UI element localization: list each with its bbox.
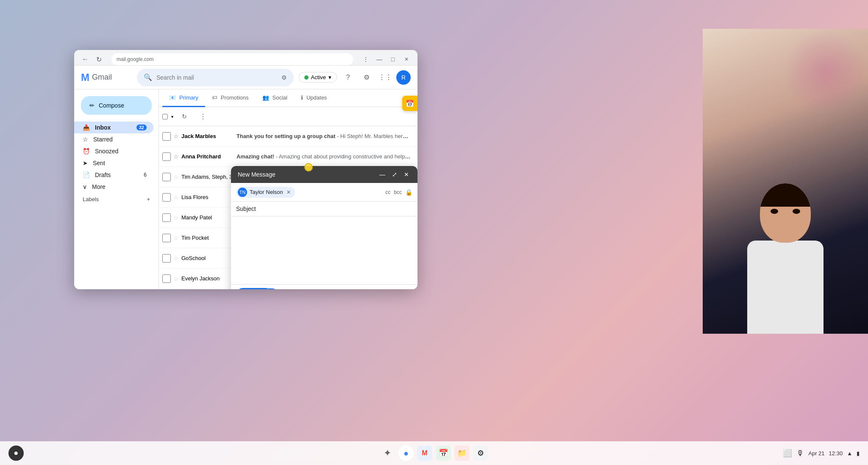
dropdown-arrow-icon[interactable]: ▾ — [171, 114, 173, 119]
star-icon[interactable]: ☆ — [173, 214, 179, 221]
email-checkbox[interactable] — [162, 152, 171, 161]
maximize-button[interactable]: □ — [387, 53, 399, 65]
refresh-button[interactable]: ↻ — [93, 53, 105, 65]
gmail-app: M Gmail 🔍 ⚙ Active ▾ ? ⚙ ⋮⋮ R — [74, 66, 417, 289]
star-icon[interactable]: ☆ — [173, 235, 179, 241]
email-snippet: - Amazing chat about providing construct… — [275, 153, 411, 160]
recipient-chip[interactable]: TN Taylor Nelson ✕ — [236, 187, 295, 198]
email-row[interactable]: ☆ Jack Marbles Thank you for setting up … — [159, 126, 417, 147]
send-options-button[interactable]: ▾ — [267, 288, 278, 289]
cc-bcc-options: cc bcc 🔒 — [385, 189, 412, 196]
lock-icon[interactable]: 🔒 — [405, 189, 412, 196]
email-row[interactable]: ☆ Anna Pritchard Amazing chat! - Amazing… — [159, 147, 417, 167]
send-button[interactable]: Send — [236, 288, 267, 289]
subject-input[interactable] — [236, 205, 412, 212]
sidebar-item-sent[interactable]: ➤ Sent — [74, 157, 153, 169]
minimize-button[interactable]: — — [373, 53, 385, 65]
active-status-pill[interactable]: Active ▾ — [299, 72, 337, 83]
star-icon[interactable]: ☆ — [173, 194, 179, 201]
remove-recipient-icon[interactable]: ✕ — [287, 189, 291, 195]
email-checkbox[interactable] — [162, 254, 171, 263]
sidebar-item-starred[interactable]: ☆ Starred — [74, 133, 153, 145]
sidebar-item-snoozed[interactable]: ⏰ Snoozed — [74, 145, 153, 157]
settings-app-icon: ⚙ — [477, 448, 484, 458]
star-icon[interactable]: ☆ — [173, 133, 179, 140]
sidebar-item-inbox[interactable]: 📥 Inbox 32 — [74, 122, 153, 133]
insert-signature-button[interactable]: ✍ — [362, 289, 374, 290]
email-checkbox[interactable] — [162, 132, 171, 141]
calendar-app-button[interactable]: 📅 — [436, 446, 451, 461]
star-icon[interactable]: ☆ — [173, 153, 179, 160]
updates-label: Updates — [306, 94, 327, 101]
add-label-icon[interactable]: + — [147, 196, 150, 202]
chrome-browser-button[interactable]: ● — [398, 446, 414, 461]
compose-window: New Message — ⤢ ✕ TN Taylor Nelson ✕ cc — [231, 166, 417, 289]
star-icon[interactable]: ☆ — [173, 255, 179, 262]
user-avatar[interactable]: R — [396, 70, 411, 85]
attach-file-button[interactable]: 📎 — [292, 289, 304, 290]
more-options-button[interactable]: ⋮ — [377, 289, 387, 290]
insert-drive-button[interactable]: △ — [337, 289, 345, 290]
select-all-checkbox[interactable] — [162, 114, 168, 119]
more-options-button[interactable]: ⋮ — [195, 109, 211, 124]
tab-social[interactable]: 👥 Social — [256, 89, 294, 107]
search-input[interactable] — [156, 74, 277, 81]
gmail-header: M Gmail 🔍 ⚙ Active ▾ ? ⚙ ⋮⋮ R — [74, 66, 417, 89]
settings-app-button[interactable]: ⚙ — [473, 446, 488, 461]
right-eye — [793, 209, 800, 214]
compose-subject-field[interactable] — [231, 202, 417, 216]
taskbar-center: ✦ ● M 📅 📁 ⚙ — [380, 446, 488, 461]
search-bar[interactable]: 🔍 ⚙ — [137, 69, 294, 86]
email-content: Amazing chat! - Amazing chat about provi… — [236, 153, 411, 160]
close-button[interactable]: ✕ — [401, 53, 412, 65]
compose-button[interactable]: ✏ Compose — [81, 96, 152, 115]
cc-button[interactable]: cc — [385, 189, 390, 195]
record-button[interactable]: ⏺ — [8, 446, 24, 461]
screen-capture-icon[interactable]: ⬜ — [783, 448, 792, 458]
sidebar-item-drafts[interactable]: 📄 Drafts 6 — [74, 169, 153, 181]
microphone-icon[interactable]: 🎙 — [796, 449, 804, 458]
active-dot — [304, 75, 309, 80]
files-app-button[interactable]: 📁 — [454, 446, 470, 461]
person-body — [747, 241, 823, 334]
email-checkbox[interactable] — [162, 213, 171, 222]
person-hair — [760, 183, 811, 207]
email-checkbox[interactable] — [162, 274, 171, 283]
snoozed-label: Snoozed — [95, 148, 118, 155]
apps-button[interactable]: ⋮⋮ — [378, 70, 393, 85]
back-button[interactable]: ← — [79, 53, 91, 65]
compose-to-field[interactable]: TN Taylor Nelson ✕ cc bcc 🔒 — [231, 183, 417, 202]
inbox-badge: 32 — [136, 125, 147, 130]
insert-link-button[interactable]: 🔗 — [308, 289, 320, 290]
email-sender: Lisa Flores — [181, 194, 236, 200]
sidebar-item-more[interactable]: ∨ More — [74, 181, 153, 193]
help-button[interactable]: ? — [340, 70, 356, 85]
bcc-button[interactable]: bcc — [394, 189, 402, 195]
calendar-widget-button[interactable]: 📅 — [402, 96, 417, 111]
sent-icon: ➤ — [83, 160, 88, 166]
email-checkbox[interactable] — [162, 173, 171, 181]
compose-close-button[interactable]: ✕ — [402, 170, 411, 179]
email-checkbox[interactable] — [162, 193, 171, 202]
compose-minimize-button[interactable]: — — [378, 170, 387, 179]
email-checkbox[interactable] — [162, 234, 171, 242]
wifi-icon[interactable]: ▲ — [847, 450, 852, 457]
assistant-button[interactable]: ✦ — [380, 446, 395, 461]
compose-window-title: New Message — [238, 171, 275, 178]
refresh-emails-button[interactable]: ↻ — [177, 109, 192, 124]
starred-icon: ☆ — [83, 136, 88, 143]
tab-updates[interactable]: ℹ Updates — [294, 89, 334, 107]
address-bar[interactable]: mail.google.com — [111, 53, 353, 65]
gmail-app-button[interactable]: M — [417, 446, 432, 461]
tab-promotions[interactable]: 🏷 Promotions — [205, 89, 256, 107]
filter-icon[interactable]: ⚙ — [281, 74, 287, 81]
snoozed-icon: ⏰ — [83, 148, 90, 155]
compose-expand-button[interactable]: ⤢ — [390, 170, 399, 179]
tab-primary[interactable]: 📧 Primary — [162, 89, 205, 107]
compose-body[interactable] — [231, 216, 417, 284]
settings-button[interactable]: ⚙ — [359, 70, 374, 85]
more-button[interactable]: ⋮ — [360, 53, 372, 65]
star-icon[interactable]: ☆ — [173, 275, 179, 282]
star-icon[interactable]: ☆ — [173, 174, 179, 180]
recipient-name: Taylor Nelson — [250, 189, 283, 195]
